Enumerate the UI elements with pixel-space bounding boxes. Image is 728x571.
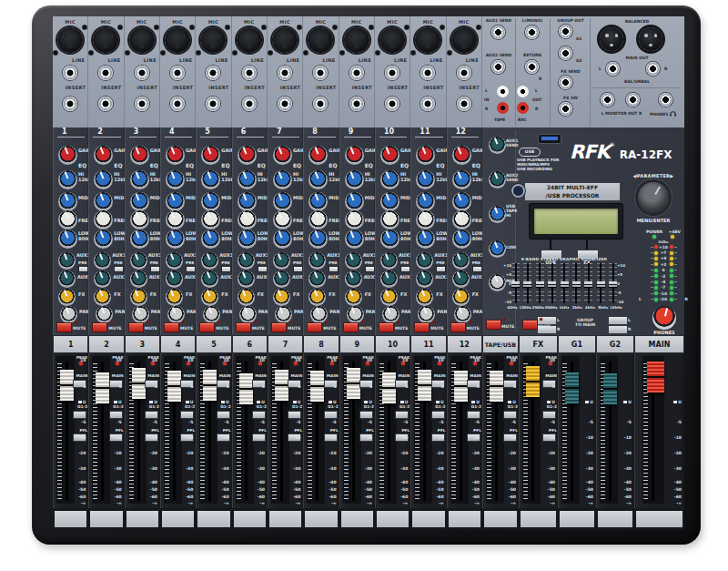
aux2-knob[interactable] bbox=[94, 270, 111, 288]
tape-mute-button[interactable] bbox=[486, 320, 501, 330]
eq-hi-knob[interactable] bbox=[345, 170, 364, 189]
fader-cap[interactable] bbox=[239, 373, 253, 404]
fader-cap[interactable] bbox=[60, 370, 74, 401]
eq-freq-knob[interactable] bbox=[201, 210, 220, 229]
group-assign-button[interactable] bbox=[542, 411, 556, 419]
group-assign-button[interactable] bbox=[145, 411, 158, 419]
eq-hi-knob[interactable] bbox=[238, 170, 257, 189]
eq-freq-knob[interactable] bbox=[166, 210, 185, 229]
mute-button[interactable] bbox=[236, 322, 251, 332]
g2-to-main-l-button[interactable] bbox=[608, 316, 628, 325]
pre-switch[interactable] bbox=[186, 266, 196, 272]
pre-switch[interactable] bbox=[329, 266, 339, 272]
fx-knob[interactable] bbox=[380, 289, 398, 306]
mute-button[interactable] bbox=[343, 322, 359, 332]
fader-cap[interactable] bbox=[647, 362, 664, 393]
tape-aux2-send-knob[interactable] bbox=[489, 171, 506, 189]
group-assign-button[interactable] bbox=[467, 411, 480, 419]
fx-mute-button[interactable] bbox=[522, 320, 538, 330]
eq-hi-knob[interactable] bbox=[130, 170, 149, 189]
fader-cap[interactable] bbox=[167, 371, 181, 402]
aux2-knob[interactable] bbox=[166, 270, 183, 288]
eq-low-knob[interactable] bbox=[238, 229, 257, 249]
mute-button[interactable] bbox=[450, 322, 466, 332]
eq-freq-knob[interactable] bbox=[308, 210, 328, 229]
group-assign-button[interactable] bbox=[180, 411, 194, 419]
aux2-knob[interactable] bbox=[58, 270, 76, 288]
geq-band-cap[interactable] bbox=[536, 281, 544, 287]
gain-knob[interactable] bbox=[166, 146, 185, 165]
fader-cap[interactable] bbox=[565, 372, 579, 403]
fx-knob[interactable] bbox=[166, 289, 183, 306]
group-assign-button[interactable] bbox=[395, 411, 409, 419]
eq-hi-knob[interactable] bbox=[94, 170, 113, 189]
fx-knob[interactable] bbox=[345, 289, 362, 306]
eq-hi-knob[interactable] bbox=[416, 170, 435, 189]
aux1-knob[interactable] bbox=[345, 252, 362, 270]
aux2-knob[interactable] bbox=[273, 270, 290, 288]
aux2-knob[interactable] bbox=[308, 270, 326, 288]
pre-switch[interactable] bbox=[258, 266, 268, 272]
gain-knob[interactable] bbox=[345, 146, 364, 165]
gain-knob[interactable] bbox=[452, 146, 471, 165]
group-assign-button[interactable] bbox=[324, 411, 338, 419]
eq-low-knob[interactable] bbox=[308, 229, 328, 249]
fader-cap[interactable] bbox=[347, 368, 360, 399]
eq-freq-knob[interactable] bbox=[130, 210, 149, 229]
geq-band-cap[interactable] bbox=[609, 281, 617, 287]
eq-hi-knob[interactable] bbox=[201, 170, 220, 189]
pre-switch[interactable] bbox=[221, 266, 231, 272]
parameter-knob[interactable] bbox=[638, 182, 669, 213]
group-assign-button[interactable] bbox=[109, 411, 123, 419]
pre-switch[interactable] bbox=[400, 266, 410, 272]
tape-aux1-send-knob[interactable] bbox=[489, 137, 506, 154]
eq-low-knob[interactable] bbox=[345, 229, 364, 249]
eq-mid-knob[interactable] bbox=[201, 192, 220, 211]
eq-hi-knob[interactable] bbox=[166, 170, 185, 189]
aux1-knob[interactable] bbox=[58, 252, 76, 270]
eq-mid-knob[interactable] bbox=[345, 192, 364, 211]
aux2-knob[interactable] bbox=[452, 270, 470, 288]
pre-switch[interactable] bbox=[436, 266, 446, 272]
mute-button[interactable] bbox=[307, 322, 322, 332]
mute-button[interactable] bbox=[164, 322, 179, 332]
eq-hi-knob[interactable] bbox=[273, 170, 292, 189]
eq-low-knob[interactable] bbox=[130, 229, 149, 249]
geq-band-cap[interactable] bbox=[548, 281, 556, 287]
usb-port[interactable] bbox=[539, 135, 561, 143]
fx-knob[interactable] bbox=[130, 289, 147, 306]
eq-freq-knob[interactable] bbox=[238, 210, 257, 229]
mute-button[interactable] bbox=[379, 322, 394, 332]
fx-knob[interactable] bbox=[416, 289, 433, 306]
fader-cap[interactable] bbox=[132, 368, 146, 399]
fx-knob[interactable] bbox=[238, 289, 255, 306]
aux1-knob[interactable] bbox=[416, 252, 433, 270]
eq-low-knob[interactable] bbox=[452, 229, 471, 249]
mute-button[interactable] bbox=[128, 322, 144, 332]
aux2-knob[interactable] bbox=[380, 270, 398, 288]
mute-button[interactable] bbox=[92, 322, 107, 332]
aux2-knob[interactable] bbox=[345, 270, 362, 288]
eq-hi-knob[interactable] bbox=[58, 170, 77, 189]
eq-mid-knob[interactable] bbox=[416, 192, 435, 211]
eq-freq-knob[interactable] bbox=[94, 210, 113, 229]
pre-switch[interactable] bbox=[365, 266, 375, 272]
group-assign-button[interactable] bbox=[288, 411, 301, 419]
pre-switch[interactable] bbox=[472, 266, 482, 272]
eq-low-knob[interactable] bbox=[94, 229, 113, 249]
fader-cap[interactable] bbox=[454, 371, 468, 402]
aux1-knob[interactable] bbox=[238, 252, 255, 270]
aux1-knob[interactable] bbox=[201, 252, 218, 270]
eq-freq-knob[interactable] bbox=[416, 210, 435, 229]
eq-hi-knob[interactable] bbox=[452, 170, 471, 189]
group-assign-button[interactable] bbox=[252, 411, 266, 419]
group-assign-button[interactable] bbox=[503, 411, 517, 419]
aux1-knob[interactable] bbox=[452, 252, 470, 270]
pre-switch[interactable] bbox=[150, 266, 160, 272]
group-assign-button[interactable] bbox=[217, 411, 230, 419]
eq-mid-knob[interactable] bbox=[94, 192, 113, 211]
eq-low-knob[interactable] bbox=[416, 229, 435, 249]
fx-knob[interactable] bbox=[58, 289, 76, 306]
geq-band-cap[interactable] bbox=[523, 281, 531, 287]
group-assign-button[interactable] bbox=[73, 411, 86, 419]
